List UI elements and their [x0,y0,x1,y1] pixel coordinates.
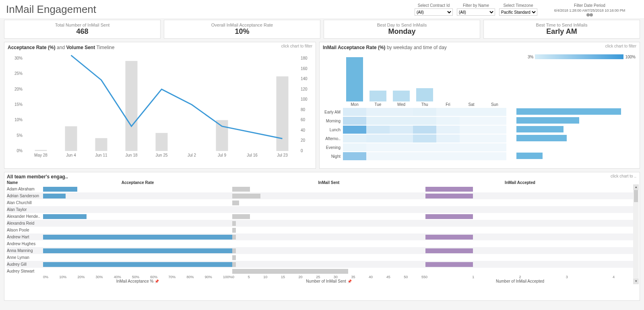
heat-cell[interactable] [366,108,390,116]
heat-cell[interactable] [390,126,413,134]
weekday-bar[interactable] [416,88,433,101]
timeline-chart[interactable]: 0%5%10%15%20%25%30%020406080100120140160… [8,50,314,163]
heat-cell[interactable] [436,108,460,116]
heat-cell[interactable] [413,134,436,143]
heat-cell[interactable] [483,126,506,134]
tod-bar[interactable] [516,126,564,132]
table-row[interactable]: Alexandra Reid [7,220,637,227]
sent-bar[interactable] [232,200,239,205]
table-row[interactable]: Anna Manning [7,247,637,254]
accn-bar[interactable] [425,214,473,219]
heat-cell[interactable] [483,108,506,116]
sent-bar[interactable] [232,221,236,226]
table-row[interactable]: Audrey Gill [7,261,637,268]
table-row[interactable]: Andrew Hughes [7,240,637,247]
heat-cell[interactable] [436,134,460,143]
scrollbar[interactable]: ▴ ▾ [633,184,639,284]
heat-cell[interactable] [460,108,483,116]
acc-bar[interactable] [43,235,232,240]
accn-bar[interactable] [425,262,473,267]
heat-cell[interactable] [483,143,506,151]
tod-bar[interactable] [516,135,567,141]
scroll-down-icon[interactable]: ▾ [633,279,639,284]
heat-cell[interactable] [366,117,390,125]
acc-bar[interactable] [43,194,66,198]
heat-cell[interactable] [390,134,413,143]
sent-bar[interactable] [232,228,236,233]
weekday-bar[interactable] [346,57,363,101]
heat-cell[interactable] [460,143,483,151]
filter-name-select[interactable]: (All) [457,8,495,16]
heat-cell[interactable] [483,152,506,160]
table-row[interactable]: Alexander Hende.. [7,213,637,220]
heat-cell[interactable] [390,143,413,151]
heatmap-panel[interactable]: InMail Acceptance Rate (%) by weekday an… [319,42,640,169]
heat-cell[interactable] [436,117,460,125]
sent-bar[interactable] [232,187,250,192]
heat-cell[interactable] [343,134,366,143]
tod-bar[interactable] [516,108,621,115]
heat-cell[interactable] [366,134,390,143]
sent-bar[interactable] [232,194,260,198]
heat-cell[interactable] [460,134,483,143]
heat-cell[interactable] [413,152,436,160]
weekday-bar[interactable] [393,91,410,102]
team-panel[interactable]: All team member's engag.. click chart to… [4,172,640,301]
sent-bar[interactable] [232,262,236,267]
heat-cell[interactable] [366,152,390,160]
heat-cell[interactable] [436,143,460,151]
heat-cell[interactable] [483,134,506,143]
weekday-bar[interactable] [369,91,386,102]
filter-timezone-select[interactable]: Pacific Standard Ti.. [499,8,537,16]
table-row[interactable]: Adrian Sanderson [7,192,637,199]
heat-cell[interactable] [366,143,390,151]
heat-cell[interactable] [343,126,366,134]
filter-contract-select[interactable]: (All) [415,8,453,16]
heat-cell[interactable] [436,126,460,134]
sent-bar[interactable] [232,248,236,253]
sent-bar[interactable] [232,269,348,274]
heat-cell[interactable] [460,117,483,125]
heat-cell[interactable] [413,143,436,151]
acc-bar[interactable] [43,187,77,192]
accn-bar[interactable] [425,194,473,198]
acc-bar[interactable] [43,262,232,267]
tod-bar[interactable] [516,117,579,124]
heat-cell[interactable] [390,108,413,116]
table-row[interactable]: Adam Abraham [7,186,637,192]
heat-cell[interactable] [413,117,436,125]
table-row[interactable]: Alison Poole [7,227,637,234]
scroll-thumb[interactable] [634,190,638,202]
heat-cell[interactable] [343,117,366,125]
timeline-panel[interactable]: Acceptance Rate (%) and Volume Sent Time… [4,42,316,169]
heat-cell[interactable] [483,117,506,125]
heat-cell[interactable] [460,152,483,160]
accn-bar[interactable] [425,187,473,192]
heat-cell[interactable] [413,108,436,116]
acc-bar[interactable] [43,214,87,219]
table-row[interactable]: Audrey Stewart [7,268,637,274]
heat-cell[interactable] [343,143,366,151]
sent-bar[interactable] [232,214,250,219]
heat-cell[interactable] [366,126,390,134]
heat-cell[interactable] [413,126,436,134]
accn-bar[interactable] [425,235,473,240]
team-rows[interactable]: Adam AbrahamAdrian SandersonAlan Churchi… [7,186,637,274]
table-row[interactable]: Anne Lyman [7,254,637,261]
heatmap-area[interactable]: MonTueWedThuFriSatSunEarly AMMorningLunc… [323,55,636,161]
table-row[interactable]: Alan Taylor [7,206,637,213]
table-row[interactable]: Alan Churchill [7,199,637,206]
heat-cell[interactable] [436,152,460,160]
heat-cell[interactable] [343,152,366,160]
scroll-up-icon[interactable]: ▴ [633,184,639,190]
heat-cell[interactable] [343,108,366,116]
table-row[interactable]: Andrew Hart [7,234,637,240]
sent-bar[interactable] [232,255,236,260]
heat-cell[interactable] [390,152,413,160]
accn-bar[interactable] [425,248,473,253]
heat-cell[interactable] [460,126,483,134]
sent-bar[interactable] [232,235,236,240]
heat-cell[interactable] [390,117,413,125]
tod-bar[interactable] [516,153,543,159]
acc-bar[interactable] [43,248,232,253]
